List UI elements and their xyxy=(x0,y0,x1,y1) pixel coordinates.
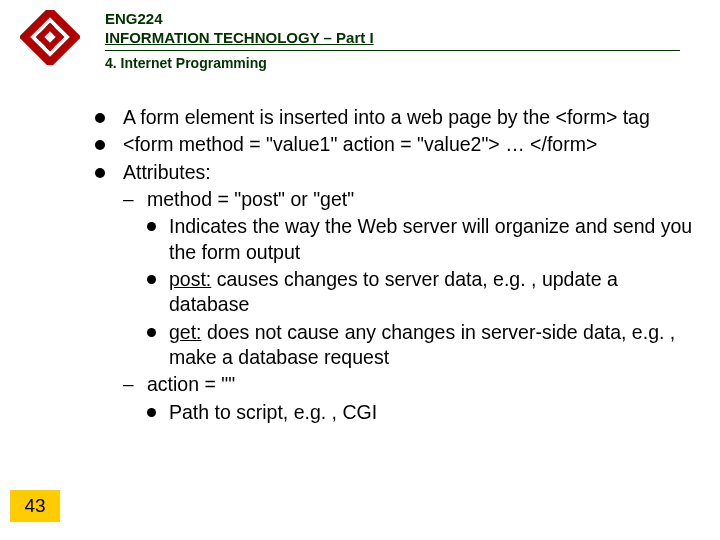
slide-subtitle: 4. Internet Programming xyxy=(105,55,680,71)
slide-header: ENG224 INFORMATION TECHNOLOGY – Part I 4… xyxy=(105,10,680,71)
slide-number-badge: 43 xyxy=(10,490,60,522)
course-title: INFORMATION TECHNOLOGY – Part I xyxy=(105,29,680,48)
list-item: method = "post" or "get" Indicates the w… xyxy=(123,187,695,370)
list-item: Attributes: method = "post" or "get" Ind… xyxy=(95,160,695,425)
list-item: Indicates the way the Web server will or… xyxy=(147,214,695,265)
list-item: get: does not cause any changes in serve… xyxy=(147,320,695,371)
list-item: <form method = "value1" action = "value2… xyxy=(95,132,695,157)
list-item: action = "" Path to script, e.g. , CGI xyxy=(123,372,695,425)
list-item: post: causes changes to server data, e.g… xyxy=(147,267,695,318)
header-divider xyxy=(105,50,680,51)
list-item: Path to script, e.g. , CGI xyxy=(147,400,695,425)
slide-content: A form element is inserted into a web pa… xyxy=(95,105,695,427)
list-item: A form element is inserted into a web pa… xyxy=(95,105,695,130)
institution-logo-icon xyxy=(20,10,80,65)
course-code: ENG224 xyxy=(105,10,680,29)
